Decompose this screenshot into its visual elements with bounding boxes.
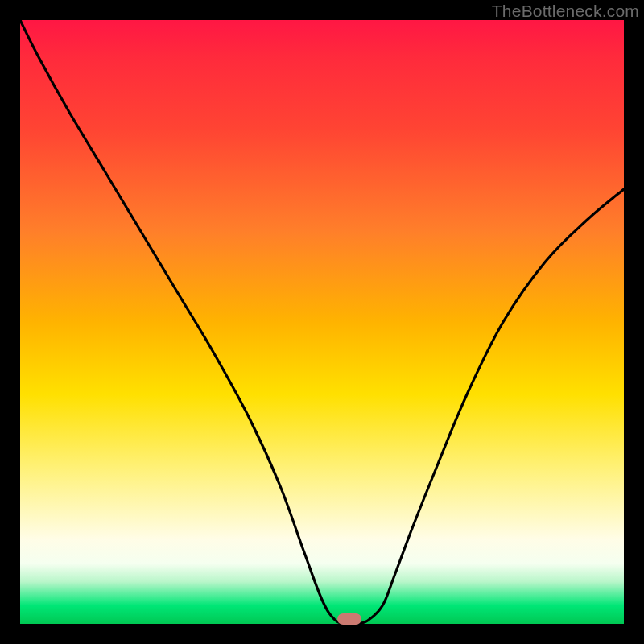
chart-frame: TheBottleneck.com bbox=[0, 0, 644, 644]
optimal-marker bbox=[337, 613, 361, 625]
plot-area bbox=[20, 20, 624, 624]
watermark-text: TheBottleneck.com bbox=[492, 2, 639, 21]
bottleneck-curve bbox=[20, 20, 624, 624]
